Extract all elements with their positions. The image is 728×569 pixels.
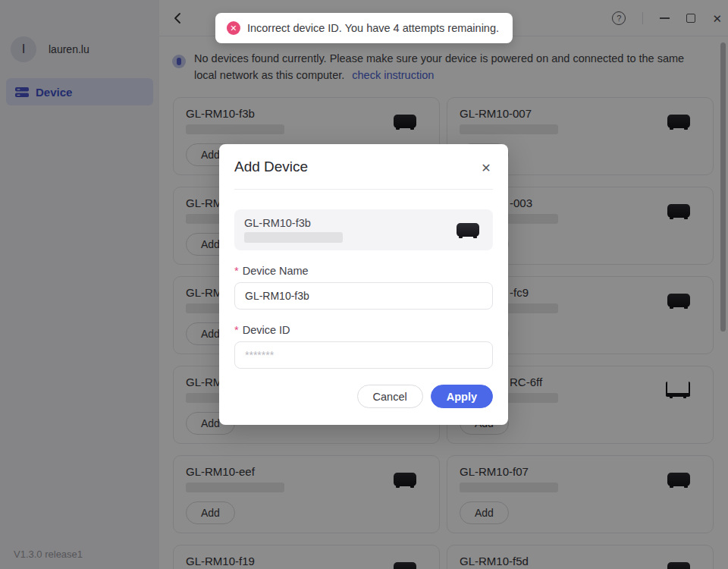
toast-message: Incorrect device ID. You have 4 attempts… <box>247 22 499 34</box>
device-image <box>457 223 479 237</box>
device-id-input[interactable] <box>234 341 493 369</box>
dialog-close-button[interactable]: ✕ <box>478 159 494 176</box>
error-icon: ✕ <box>227 21 240 35</box>
error-toast: ✕ Incorrect device ID. You have 4 attemp… <box>215 13 513 43</box>
device-name-label: *Device Name <box>234 265 493 277</box>
device-name-input[interactable] <box>234 282 493 310</box>
cancel-button[interactable]: Cancel <box>357 385 423 408</box>
close-icon: ✕ <box>481 161 491 175</box>
device-id-label: *Device ID <box>234 324 493 336</box>
preview-device-name: GL-RM10-f3b <box>244 217 483 229</box>
add-device-dialog: Add Device ✕ GL-RM10-f3b *Device Name *D… <box>219 144 508 425</box>
required-asterisk: * <box>234 265 239 277</box>
preview-mac-placeholder <box>244 232 343 243</box>
device-preview: GL-RM10-f3b <box>234 209 493 250</box>
apply-button[interactable]: Apply <box>431 385 493 408</box>
app-window: l lauren.lu Device V1.3.0 release1 <box>0 0 728 569</box>
required-asterisk: * <box>234 324 239 336</box>
dialog-title: Add Device <box>234 159 493 175</box>
